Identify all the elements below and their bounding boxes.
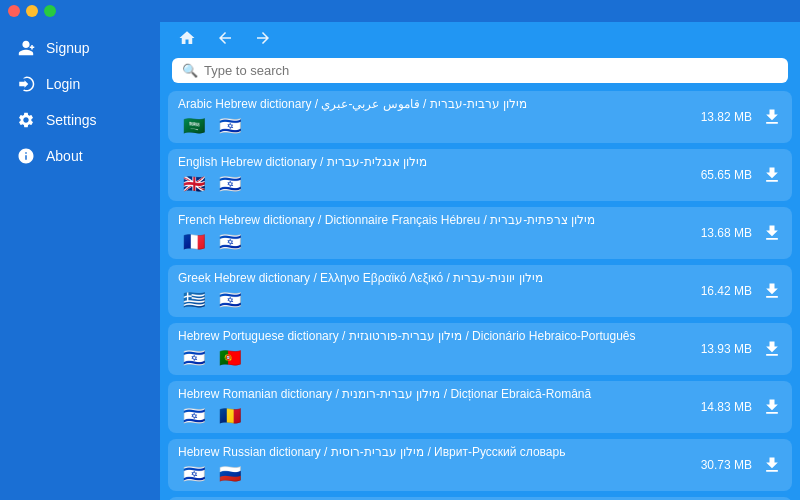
dict-title: Greek Hebrew dictionary / Ελληνο Εβραϊκό…: [178, 271, 543, 285]
flag-icon: 🇮🇱: [214, 173, 246, 195]
search-input[interactable]: [204, 63, 778, 78]
list-item: Greek Hebrew dictionary / Ελληνο Εβραϊκό…: [168, 265, 792, 317]
minimize-button[interactable]: [26, 5, 38, 17]
list-item: Hebrew Russian dictionary / מילון עברית-…: [168, 439, 792, 491]
flag-icon: 🇮🇱: [214, 289, 246, 311]
dict-size: 13.93 MB: [701, 342, 752, 356]
flag-icon: 🇬🇧: [178, 173, 210, 195]
dict-flags: 🇬🇷🇮🇱: [178, 289, 543, 311]
dict-size: 30.73 MB: [701, 458, 752, 472]
download-button[interactable]: [762, 339, 782, 359]
sidebar-item-about[interactable]: About: [0, 138, 160, 174]
flag-icon: 🇫🇷: [178, 231, 210, 253]
list-item: Hebrew Portuguese dictionary / מילון עבר…: [168, 323, 792, 375]
flag-icon: 🇮🇱: [214, 231, 246, 253]
dict-flags: 🇸🇦🇮🇱: [178, 115, 527, 137]
sidebar-item-login[interactable]: Login: [0, 66, 160, 102]
download-button[interactable]: [762, 455, 782, 475]
dict-size: 13.68 MB: [701, 226, 752, 240]
main-content: 🔍 Arabic Hebrew dictionary / מילון ערבית…: [160, 0, 800, 500]
nav-bar: [160, 22, 800, 58]
sidebar-signup-label: Signup: [46, 40, 90, 56]
dict-size: 65.65 MB: [701, 168, 752, 182]
sidebar-item-signup[interactable]: Signup: [0, 30, 160, 66]
flag-icon: 🇮🇱: [178, 405, 210, 427]
home-button[interactable]: [172, 27, 202, 53]
dict-title: Hebrew Portuguese dictionary / מילון עבר…: [178, 329, 636, 343]
about-icon: [16, 146, 36, 166]
forward-button[interactable]: [248, 27, 278, 53]
dict-title: Hebrew Romanian dictionary / מילון עברית…: [178, 387, 591, 401]
dict-flags: 🇮🇱🇷🇺: [178, 463, 565, 485]
flag-icon: 🇵🇹: [214, 347, 246, 369]
flag-icon: 🇷🇴: [214, 405, 246, 427]
settings-icon: [16, 110, 36, 130]
sidebar-about-label: About: [46, 148, 83, 164]
download-button[interactable]: [762, 165, 782, 185]
dict-title: Arabic Hebrew dictionary / מילון ערבית-ע…: [178, 97, 527, 111]
download-button[interactable]: [762, 223, 782, 243]
list-item: Hebrew Romanian dictionary / מילון עברית…: [168, 381, 792, 433]
dict-flags: 🇫🇷🇮🇱: [178, 231, 595, 253]
flag-icon: 🇮🇱: [178, 463, 210, 485]
dict-size: 13.82 MB: [701, 110, 752, 124]
list-item: French Hebrew dictionary / Dictionnaire …: [168, 207, 792, 259]
maximize-button[interactable]: [44, 5, 56, 17]
dictionary-list: Arabic Hebrew dictionary / מילון ערבית-ע…: [160, 91, 800, 500]
login-icon: [16, 74, 36, 94]
dict-flags: 🇮🇱🇵🇹: [178, 347, 636, 369]
dict-size: 16.42 MB: [701, 284, 752, 298]
download-button[interactable]: [762, 107, 782, 127]
flag-icon: 🇷🇺: [214, 463, 246, 485]
search-bar: 🔍: [160, 58, 800, 91]
flag-icon: 🇮🇱: [214, 115, 246, 137]
download-button[interactable]: [762, 397, 782, 417]
title-bar: [0, 0, 800, 22]
close-button[interactable]: [8, 5, 20, 17]
refresh-button[interactable]: [768, 66, 788, 91]
dict-title: French Hebrew dictionary / Dictionnaire …: [178, 213, 595, 227]
flag-icon: 🇸🇦: [178, 115, 210, 137]
sidebar-item-settings[interactable]: Settings: [0, 102, 160, 138]
sidebar-settings-label: Settings: [46, 112, 97, 128]
list-item: Arabic Hebrew dictionary / מילון ערבית-ע…: [168, 91, 792, 143]
flag-icon: 🇬🇷: [178, 289, 210, 311]
sidebar-login-label: Login: [46, 76, 80, 92]
back-button[interactable]: [210, 27, 240, 53]
signup-icon: [16, 38, 36, 58]
list-item: English Hebrew dictionary / מילון אנגלית…: [168, 149, 792, 201]
dict-size: 14.83 MB: [701, 400, 752, 414]
download-button[interactable]: [762, 281, 782, 301]
flag-icon: 🇮🇱: [178, 347, 210, 369]
search-icon: 🔍: [182, 63, 198, 78]
dict-flags: 🇮🇱🇷🇴: [178, 405, 591, 427]
dict-title: English Hebrew dictionary / מילון אנגלית…: [178, 155, 427, 169]
dict-flags: 🇬🇧🇮🇱: [178, 173, 427, 195]
search-wrapper: 🔍: [172, 58, 788, 83]
dict-title: Hebrew Russian dictionary / מילון עברית-…: [178, 445, 565, 459]
sidebar: Signup Login Settings About: [0, 0, 160, 500]
